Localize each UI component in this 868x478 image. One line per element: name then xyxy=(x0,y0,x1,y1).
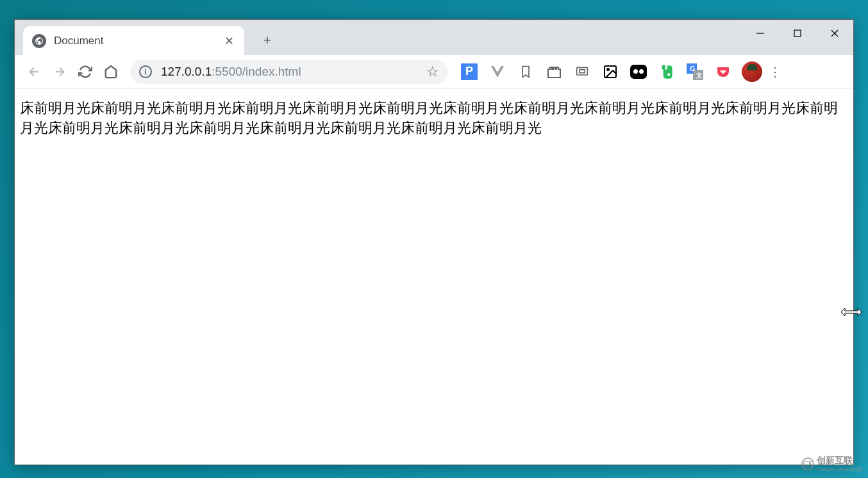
watermark: CX 创新互联 CXHLCX.COM 创新互联 xyxy=(801,454,863,473)
tab-title: Document xyxy=(54,35,222,47)
title-bar: Document ✕ + xyxy=(15,20,853,55)
extension-eyes-icon[interactable] xyxy=(630,63,647,80)
watermark-sub: CXHLCX.COM 创新互联 xyxy=(817,466,863,473)
minimize-button[interactable] xyxy=(742,20,779,47)
svg-rect-4 xyxy=(577,67,588,75)
forward-button[interactable] xyxy=(47,59,72,85)
new-tab-button[interactable]: + xyxy=(256,29,279,52)
site-info-icon[interactable]: i xyxy=(139,65,152,78)
svg-rect-5 xyxy=(580,69,585,72)
extension-evernote-icon[interactable] xyxy=(658,63,675,80)
body-text: 床前明月光床前明月光床前明月光床前明月光床前明月光床前明月光床前明月光床前明月光… xyxy=(20,99,848,138)
globe-icon xyxy=(32,34,46,48)
url-host: 127.0.0.1 xyxy=(161,65,212,78)
reload-button[interactable] xyxy=(72,59,98,85)
browser-window: Document ✕ + xyxy=(14,19,854,465)
window-controls xyxy=(742,20,853,47)
toolbar: i 127.0.0.1:5500/index.html ☆ P xyxy=(15,55,853,88)
svg-text:G: G xyxy=(690,65,696,72)
back-button[interactable] xyxy=(21,59,47,85)
url-text: 127.0.0.1:5500/index.html xyxy=(161,65,426,79)
browser-tab[interactable]: Document ✕ xyxy=(23,26,244,55)
extension-castle-icon[interactable] xyxy=(546,63,562,80)
svg-point-7 xyxy=(607,69,609,70)
menu-button[interactable]: ⋮ xyxy=(762,59,788,85)
profile-avatar[interactable] xyxy=(742,62,762,82)
watermark-main: 创新互联 xyxy=(817,455,853,465)
maximize-button[interactable] xyxy=(779,20,816,47)
extension-image-icon[interactable] xyxy=(602,63,619,80)
url-path: :5500/index.html xyxy=(212,65,301,78)
extension-p-icon[interactable]: P xyxy=(461,63,478,80)
bookmark-star-icon[interactable]: ☆ xyxy=(426,63,439,80)
home-button[interactable] xyxy=(98,59,124,85)
extension-reader-icon[interactable] xyxy=(574,63,590,80)
extension-vue-icon[interactable] xyxy=(489,63,506,80)
watermark-logo-icon: CX xyxy=(801,457,814,470)
page-content: 床前明月光床前明月光床前明月光床前明月光床前明月光床前明月光床前明月光床前明月光… xyxy=(15,88,853,465)
extension-bookmark-icon[interactable] xyxy=(517,63,534,80)
address-bar[interactable]: i 127.0.0.1:5500/index.html ☆ xyxy=(130,60,448,84)
extension-translate-icon[interactable]: G 文 xyxy=(687,63,703,80)
close-tab-button[interactable]: ✕ xyxy=(222,35,235,47)
extensions-bar: P xyxy=(461,63,731,80)
svg-text:文: 文 xyxy=(696,72,703,79)
extension-pocket-icon[interactable] xyxy=(715,63,731,80)
svg-rect-1 xyxy=(794,30,801,37)
close-window-button[interactable] xyxy=(816,20,853,47)
